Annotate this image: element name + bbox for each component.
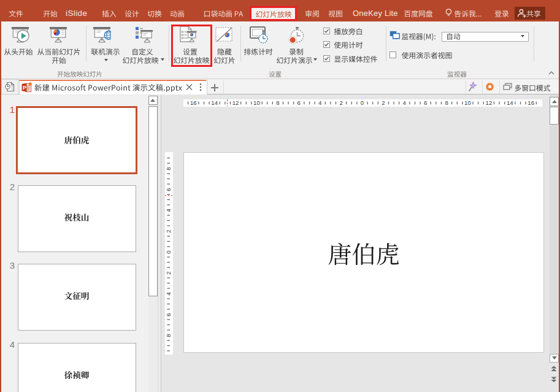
svg-text:P: P (23, 84, 26, 90)
